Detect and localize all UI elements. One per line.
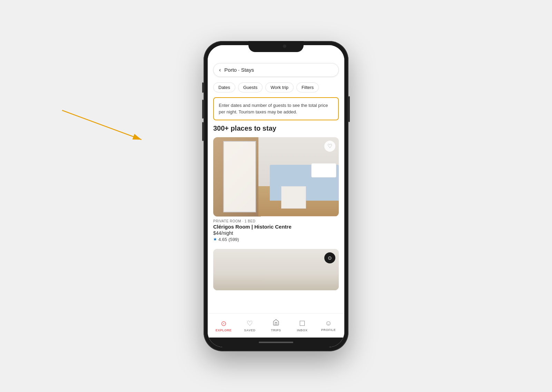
search-title: Porto · Stays bbox=[224, 67, 254, 73]
profile-icon: ☺ bbox=[325, 319, 332, 327]
star-icon: ★ bbox=[213, 237, 217, 242]
app-content: ‹ Porto · Stays Dates Guests Work trip F… bbox=[208, 60, 344, 347]
listing-image-2: ⊙ bbox=[213, 249, 339, 290]
chip-filters[interactable]: Filters bbox=[296, 82, 319, 92]
chip-work-trip[interactable]: Work trip bbox=[265, 82, 294, 92]
chip-guests[interactable]: Guests bbox=[238, 82, 263, 92]
saved-label: SAVED bbox=[244, 329, 256, 332]
header: ‹ Porto · Stays bbox=[208, 60, 344, 80]
listing-rating: ★ 4.65 (599) bbox=[213, 237, 339, 242]
rating-value: 4.65 bbox=[218, 237, 227, 242]
nav-item-profile[interactable]: ☺ PROFILE bbox=[315, 319, 342, 332]
bedside-table bbox=[281, 186, 306, 208]
home-bar bbox=[259, 342, 293, 343]
listing-price: $44/night bbox=[213, 230, 339, 236]
power-button bbox=[348, 96, 350, 122]
status-bar bbox=[208, 45, 344, 60]
listing-card-1[interactable]: ♡ PRIVATE ROOM · 1 BED Clérigos Room | H… bbox=[213, 137, 339, 242]
volume-down-button bbox=[202, 100, 204, 119]
listing-count: 300+ places to stay bbox=[213, 124, 339, 132]
inbox-label: INBOX bbox=[297, 329, 307, 332]
trips-icon bbox=[273, 319, 279, 328]
nav-item-saved[interactable]: ♡ SAVED bbox=[237, 319, 263, 332]
profile-label: PROFILE bbox=[321, 328, 336, 332]
map-pin-icon: ⊙ bbox=[328, 255, 332, 261]
listing-type: PRIVATE ROOM · 1 BED bbox=[213, 219, 339, 223]
annotation-arrow bbox=[59, 107, 159, 148]
info-banner-text: Enter dates and number of guests to see … bbox=[219, 103, 328, 115]
filter-chips: Dates Guests Work trip Filters bbox=[208, 80, 344, 96]
explore-icon: ⊙ bbox=[221, 319, 227, 328]
nav-item-inbox[interactable]: ☐ INBOX bbox=[289, 319, 315, 332]
heart-icon: ♡ bbox=[327, 143, 332, 149]
chip-dates[interactable]: Dates bbox=[213, 82, 235, 92]
listing-image-1: ♡ bbox=[213, 137, 339, 217]
wishlist-button[interactable]: ♡ bbox=[324, 141, 335, 152]
trips-label: TRIPS bbox=[271, 329, 281, 332]
explore-label: EXPLORE bbox=[216, 329, 232, 332]
inbox-icon: ☐ bbox=[299, 319, 305, 328]
silent-button bbox=[202, 122, 204, 141]
phone-frame: ‹ Porto · Stays Dates Guests Work trip F… bbox=[204, 41, 348, 351]
bedroom-scene bbox=[213, 137, 339, 217]
listing-card-2[interactable]: ⊙ bbox=[213, 249, 339, 290]
nav-item-explore[interactable]: ⊙ EXPLORE bbox=[210, 319, 237, 332]
volume-up-button bbox=[202, 82, 204, 93]
bed-pillow bbox=[311, 163, 336, 177]
scene: ‹ Porto · Stays Dates Guests Work trip F… bbox=[0, 0, 552, 392]
ceiling-decor-scene bbox=[213, 249, 339, 290]
saved-icon: ♡ bbox=[247, 319, 253, 328]
door-frame bbox=[223, 141, 256, 212]
info-banner: Enter dates and number of guests to see … bbox=[213, 97, 339, 120]
listing-content[interactable]: 300+ places to stay bbox=[208, 124, 344, 313]
back-button[interactable]: ‹ bbox=[219, 67, 221, 73]
phone-screen: ‹ Porto · Stays Dates Guests Work trip F… bbox=[208, 45, 344, 347]
home-indicator bbox=[208, 338, 344, 347]
search-bar[interactable]: ‹ Porto · Stays bbox=[213, 63, 339, 77]
listing-name: Clérigos Room | Historic Centre bbox=[213, 224, 339, 230]
rating-count: (599) bbox=[228, 237, 239, 242]
map-pin-button[interactable]: ⊙ bbox=[324, 252, 335, 263]
nav-item-trips[interactable]: TRIPS bbox=[263, 319, 289, 332]
bottom-nav: ⊙ EXPLORE ♡ SAVED bbox=[208, 313, 344, 338]
